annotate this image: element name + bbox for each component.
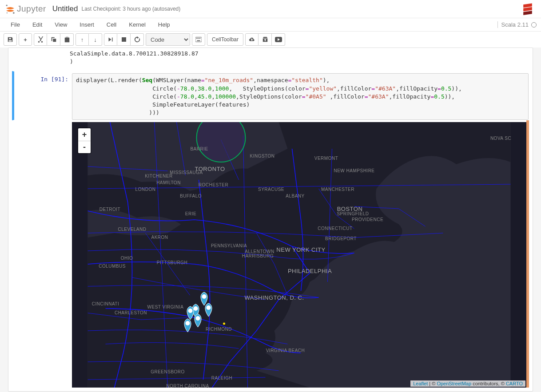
jupyter-logo[interactable]: Jupyter: [4, 3, 46, 15]
city-label: OHIO: [121, 256, 133, 261]
keyboard-icon: [195, 37, 202, 42]
city-label: PITTSBURGH: [157, 260, 187, 265]
cells-wrapper: ScalaSimple.data.8.700121.30828918.87 ) …: [8, 48, 533, 392]
city-label: NORTH CAROLINA: [166, 384, 209, 388]
city-label: WASHINGTON, D. C.: [244, 294, 304, 301]
stop-button[interactable]: [117, 33, 131, 46]
zoom-out-button[interactable]: -: [78, 141, 91, 153]
svg-rect-6: [197, 38, 198, 39]
leaflet-map[interactable]: TORONTOBARRIEKITCHENERHAMILTONLONDONMISS…: [72, 122, 526, 388]
stop-icon: [122, 37, 126, 42]
map-svg: TORONTOBARRIEKITCHENERHAMILTONLONDONMISS…: [72, 122, 526, 388]
menu-file[interactable]: File: [4, 19, 26, 30]
save-button[interactable]: [4, 33, 17, 46]
paste-icon: [64, 36, 70, 43]
cut-icon: [37, 36, 44, 43]
city-label: RICHMOND: [206, 327, 232, 332]
city-label: PROVIDENCE: [352, 217, 383, 222]
move-down-button[interactable]: ↓: [89, 33, 102, 46]
city-label: ROCHESTER: [199, 182, 228, 187]
copy-icon: [51, 36, 57, 43]
city-label: ERIE: [185, 211, 196, 216]
menu-insert[interactable]: Insert: [73, 19, 100, 30]
city-label: VERMONT: [314, 156, 338, 161]
prev-cell-fragment: ScalaSimple.data.8.700121.30828918.87 ): [12, 50, 529, 66]
svg-point-16: [196, 316, 200, 321]
city-label: DETROIT: [99, 207, 120, 212]
code-input[interactable]: displayer(L.render(Seq(WMSLayer(name="ne…: [72, 73, 529, 120]
menu-cell[interactable]: Cell: [100, 19, 123, 30]
svg-point-2: [7, 12, 8, 14]
cloud-download-icon: [249, 36, 255, 43]
carto-link[interactable]: CARTO: [506, 381, 523, 386]
svg-point-12: [202, 294, 207, 299]
arrow-down-icon: ↓: [94, 36, 97, 43]
celltoolbar-button[interactable]: CellToolbar: [207, 33, 243, 46]
paste-button[interactable]: [60, 33, 74, 46]
save-icon: [7, 36, 13, 43]
svg-rect-3: [122, 37, 126, 42]
menu-help[interactable]: Help: [152, 19, 176, 30]
notebook-title[interactable]: Untitled: [52, 4, 78, 13]
menu-view[interactable]: View: [48, 19, 73, 30]
city-label: MANCHESTER: [321, 187, 354, 192]
cut-button[interactable]: [34, 33, 47, 46]
restart-icon: [134, 36, 140, 43]
menu-edit[interactable]: Edit: [26, 19, 48, 30]
notebook-area[interactable]: ScalaSimple.data.8.700121.30828918.87 ) …: [0, 48, 541, 392]
add-cell-button[interactable]: +: [19, 33, 32, 46]
copy-button[interactable]: [47, 33, 60, 46]
leaflet-link[interactable]: Leaflet: [413, 381, 428, 386]
output-prompt: [14, 120, 72, 388]
city-label: KITCHENER: [145, 174, 172, 178]
logo-text: Jupyter: [17, 4, 46, 14]
svg-rect-8: [200, 38, 201, 39]
box-upload-icon: [262, 36, 268, 43]
zoom-in-button[interactable]: +: [78, 128, 91, 141]
city-label: NOVA SC: [490, 136, 511, 141]
city-label: CINCINNATI: [92, 301, 119, 306]
toolbar: + ↑ ↓ Code CellToolbar: [0, 32, 541, 48]
youtube-icon: [275, 37, 282, 42]
city-label: NEW HAMPSHIRE: [334, 168, 374, 173]
output-row: TORONTOBARRIEKITCHENERHAMILTONLONDONMISS…: [12, 120, 529, 388]
command-palette-button[interactable]: [192, 33, 205, 46]
city-label: AKRON: [151, 235, 168, 240]
youtube-button[interactable]: [272, 33, 285, 46]
restart-button[interactable]: [131, 33, 144, 46]
city-label: KINGSTON: [250, 154, 274, 158]
svg-rect-9: [197, 40, 200, 41]
download-button[interactable]: [245, 33, 259, 46]
checkpoint-text: Last Checkpoint: 3 hours ago (autosaved): [81, 6, 180, 12]
city-label: HARRISBURG: [242, 253, 274, 258]
circle-overlay-yellow: [223, 323, 225, 325]
city-label: ALBANY: [286, 194, 304, 198]
kernel-indicator-icon: [531, 22, 537, 28]
svg-rect-5: [196, 38, 197, 39]
upload-button[interactable]: [259, 33, 272, 46]
city-label: CHARLESTON: [115, 310, 147, 315]
city-label: WEST VIRGINIA: [147, 305, 184, 309]
menu-kernel[interactable]: Kernel: [123, 19, 152, 30]
svg-point-0: [6, 5, 8, 6]
input-prompt: In [91]:: [14, 73, 72, 120]
osm-link[interactable]: OpenStreetMap: [437, 381, 471, 386]
code-cell[interactable]: In [91]: displayer(L.render(Seq(WMSLayer…: [12, 71, 529, 120]
map-attribution: Leaflet | © OpenStreetMap contributors, …: [410, 380, 525, 387]
zoom-control: + -: [77, 127, 91, 154]
jupyter-icon: [4, 3, 16, 15]
plus-icon: +: [24, 36, 27, 43]
kernel-name: Scala 2.11: [497, 21, 529, 28]
move-up-button[interactable]: ↑: [76, 33, 89, 46]
celltype-select[interactable]: Code: [146, 33, 190, 46]
svg-rect-4: [195, 37, 202, 42]
city-label: GREENSBORO: [151, 369, 185, 374]
city-label: BRIDGEPORT: [325, 236, 357, 241]
scala-logo-icon: [521, 3, 534, 15]
notebook-header: Jupyter Untitled Last Checkpoint: 3 hour…: [0, 0, 541, 18]
run-icon: [108, 37, 113, 42]
run-button[interactable]: [104, 33, 117, 46]
city-label: SPRINGFIELD: [337, 211, 369, 216]
arrow-up-icon: ↑: [81, 36, 84, 43]
svg-point-13: [207, 305, 211, 310]
